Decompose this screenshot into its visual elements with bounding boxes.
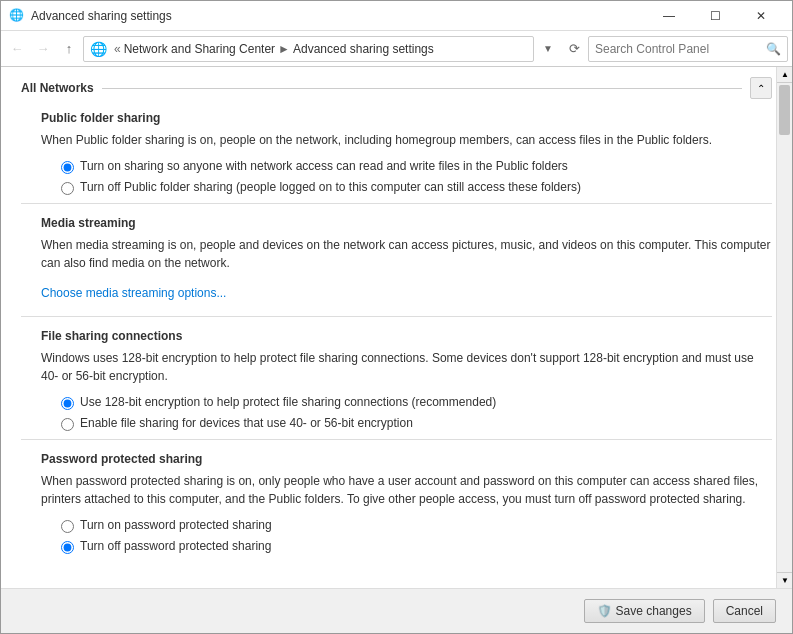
path-sep1: « bbox=[114, 42, 121, 56]
public-on-option[interactable]: Turn on sharing so anyone with network a… bbox=[61, 159, 772, 174]
collapse-button[interactable]: ⌃ bbox=[750, 77, 772, 99]
password-sharing-title: Password protected sharing bbox=[41, 452, 772, 466]
public-on-label: Turn on sharing so anyone with network a… bbox=[80, 159, 568, 173]
main-window: 🌐 Advanced sharing settings — ☐ ✕ ← → ↑ … bbox=[0, 0, 793, 634]
address-bar: ← → ↑ 🌐 « Network and Sharing Center ► A… bbox=[1, 31, 792, 67]
scroll-area: All Networks ⌃ Public folder sharing Whe… bbox=[1, 67, 792, 588]
address-path[interactable]: 🌐 « Network and Sharing Center ► Advance… bbox=[83, 36, 534, 62]
media-streaming-title: Media streaming bbox=[41, 216, 772, 230]
dropdown-button[interactable]: ▼ bbox=[536, 37, 560, 61]
search-input[interactable] bbox=[595, 42, 766, 56]
scroll-thumb[interactable] bbox=[779, 85, 790, 135]
path-icon: 🌐 bbox=[90, 41, 107, 57]
path-advanced: Advanced sharing settings bbox=[293, 42, 434, 56]
public-folder-title: Public folder sharing bbox=[41, 111, 772, 125]
up-button[interactable]: ↑ bbox=[57, 37, 81, 61]
window-icon: 🌐 bbox=[9, 8, 25, 24]
public-folder-options: Turn on sharing so anyone with network a… bbox=[41, 159, 772, 195]
file-sharing-description: Windows uses 128-bit encryption to help … bbox=[41, 349, 772, 385]
close-button[interactable]: ✕ bbox=[738, 1, 784, 31]
file-sharing-section: File sharing connections Windows uses 12… bbox=[21, 329, 772, 431]
footer: 🛡️ Save changes Cancel bbox=[1, 588, 792, 633]
search-box: 🔍 bbox=[588, 36, 788, 62]
128bit-radio[interactable] bbox=[61, 397, 74, 410]
public-off-option[interactable]: Turn off Public folder sharing (people l… bbox=[61, 180, 772, 195]
pass-off-radio[interactable] bbox=[61, 541, 74, 554]
window-controls: — ☐ ✕ bbox=[646, 1, 784, 31]
divider-1 bbox=[21, 203, 772, 204]
password-sharing-section: Password protected sharing When password… bbox=[21, 452, 772, 554]
forward-button[interactable]: → bbox=[31, 37, 55, 61]
save-icon: 🛡️ bbox=[597, 604, 612, 618]
cancel-label: Cancel bbox=[726, 604, 763, 618]
public-folder-description: When Public folder sharing is on, people… bbox=[41, 131, 772, 149]
minimize-button[interactable]: — bbox=[646, 1, 692, 31]
media-streaming-section: Media streaming When media streaming is … bbox=[21, 216, 772, 308]
cancel-button[interactable]: Cancel bbox=[713, 599, 776, 623]
file-sharing-options: Use 128-bit encryption to help protect f… bbox=[41, 395, 772, 431]
public-off-label: Turn off Public folder sharing (people l… bbox=[80, 180, 581, 194]
pass-off-label: Turn off password protected sharing bbox=[80, 539, 271, 553]
pass-on-option[interactable]: Turn on password protected sharing bbox=[61, 518, 772, 533]
back-button[interactable]: ← bbox=[5, 37, 29, 61]
path-sep2: ► bbox=[278, 42, 290, 56]
media-streaming-link[interactable]: Choose media streaming options... bbox=[41, 286, 226, 300]
file-sharing-title: File sharing connections bbox=[41, 329, 772, 343]
scroll-track bbox=[777, 83, 792, 572]
pass-off-option[interactable]: Turn off password protected sharing bbox=[61, 539, 772, 554]
pass-on-radio[interactable] bbox=[61, 520, 74, 533]
save-button[interactable]: 🛡️ Save changes bbox=[584, 599, 705, 623]
40or56bit-radio[interactable] bbox=[61, 418, 74, 431]
title-bar: 🌐 Advanced sharing settings — ☐ ✕ bbox=[1, 1, 792, 31]
divider-3 bbox=[21, 439, 772, 440]
search-button[interactable]: 🔍 bbox=[766, 42, 781, 56]
password-sharing-options: Turn on password protected sharing Turn … bbox=[41, 518, 772, 554]
128bit-label: Use 128-bit encryption to help protect f… bbox=[80, 395, 496, 409]
pass-on-label: Turn on password protected sharing bbox=[80, 518, 272, 532]
divider-2 bbox=[21, 316, 772, 317]
40or56bit-option[interactable]: Enable file sharing for devices that use… bbox=[61, 416, 772, 431]
public-on-radio[interactable] bbox=[61, 161, 74, 174]
public-folder-section: Public folder sharing When Public folder… bbox=[21, 111, 772, 195]
section-divider bbox=[102, 88, 742, 89]
path-network: Network and Sharing Center bbox=[124, 42, 275, 56]
save-label: Save changes bbox=[616, 604, 692, 618]
all-networks-header: All Networks ⌃ bbox=[21, 77, 772, 99]
40or56bit-label: Enable file sharing for devices that use… bbox=[80, 416, 413, 430]
window-title: Advanced sharing settings bbox=[31, 9, 646, 23]
public-off-radio[interactable] bbox=[61, 182, 74, 195]
refresh-button[interactable]: ⟳ bbox=[562, 37, 586, 61]
scroll-up-button[interactable]: ▲ bbox=[777, 67, 792, 83]
scroll-down-button[interactable]: ▼ bbox=[777, 572, 792, 588]
password-sharing-description: When password protected sharing is on, o… bbox=[41, 472, 772, 508]
128bit-option[interactable]: Use 128-bit encryption to help protect f… bbox=[61, 395, 772, 410]
restore-button[interactable]: ☐ bbox=[692, 1, 738, 31]
media-streaming-description: When media streaming is on, people and d… bbox=[41, 236, 772, 272]
all-networks-title: All Networks bbox=[21, 81, 94, 95]
scrollbar: ▲ ▼ bbox=[776, 67, 792, 588]
content-area: All Networks ⌃ Public folder sharing Whe… bbox=[1, 67, 792, 588]
